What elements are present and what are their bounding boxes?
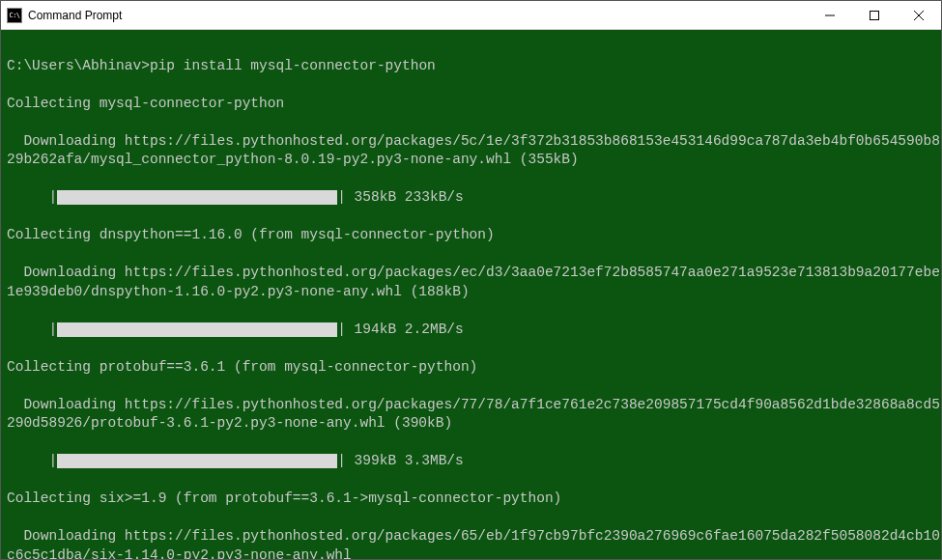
prompt-path: C:\Users\Abhinav> <box>7 58 150 73</box>
titlebar[interactable]: C:\ Command Prompt <box>1 1 941 30</box>
progress-line: || 399kB 3.3MB/s <box>7 452 941 471</box>
svg-rect-1 <box>871 11 879 19</box>
terminal-line: Downloading https://files.pythonhosted.o… <box>7 132 941 170</box>
terminal-line: Downloading https://files.pythonhosted.o… <box>7 396 941 434</box>
progress-prefix: | <box>7 452 57 471</box>
minimize-icon <box>825 11 835 20</box>
window-controls <box>808 1 941 29</box>
progress-prefix: | <box>7 321 57 340</box>
maximize-button[interactable] <box>852 1 897 29</box>
command-text: pip install mysql-connector-python <box>150 58 436 73</box>
progress-line: || 194kB 2.2MB/s <box>7 321 941 340</box>
progress-suffix: | 358kB 233kB/s <box>337 188 464 208</box>
window-frame: C:\ Command Prompt C:\Users\Abhinav>pip … <box>0 0 942 560</box>
progress-bar <box>57 190 337 205</box>
close-icon <box>914 11 924 20</box>
terminal-line: Collecting mysql-connector-python <box>7 95 941 114</box>
progress-line: || 358kB 233kB/s <box>7 188 941 208</box>
window-title: Command Prompt <box>28 9 808 22</box>
terminal-body[interactable]: C:\Users\Abhinav>pip install mysql-conne… <box>1 30 941 559</box>
terminal-line: Collecting protobuf==3.6.1 (from mysql-c… <box>7 358 941 378</box>
progress-suffix: | 194kB 2.2MB/s <box>337 321 464 340</box>
terminal-line: Downloading https://files.pythonhosted.o… <box>7 527 941 559</box>
progress-suffix: | 399kB 3.3MB/s <box>337 452 464 471</box>
terminal-line: Collecting dnspython==1.16.0 (from mysql… <box>7 226 941 245</box>
terminal-line: C:\Users\Abhinav>pip install mysql-conne… <box>7 57 941 76</box>
terminal-line: Downloading https://files.pythonhosted.o… <box>7 264 941 301</box>
close-button[interactable] <box>897 1 941 29</box>
cmd-icon: C:\ <box>7 8 22 23</box>
maximize-icon <box>870 11 879 20</box>
progress-bar <box>57 454 337 468</box>
progress-prefix: | <box>7 188 57 208</box>
terminal-line: Collecting six>=1.9 (from protobuf==3.6.… <box>7 490 941 509</box>
progress-bar <box>57 322 337 337</box>
minimize-button[interactable] <box>808 1 852 29</box>
